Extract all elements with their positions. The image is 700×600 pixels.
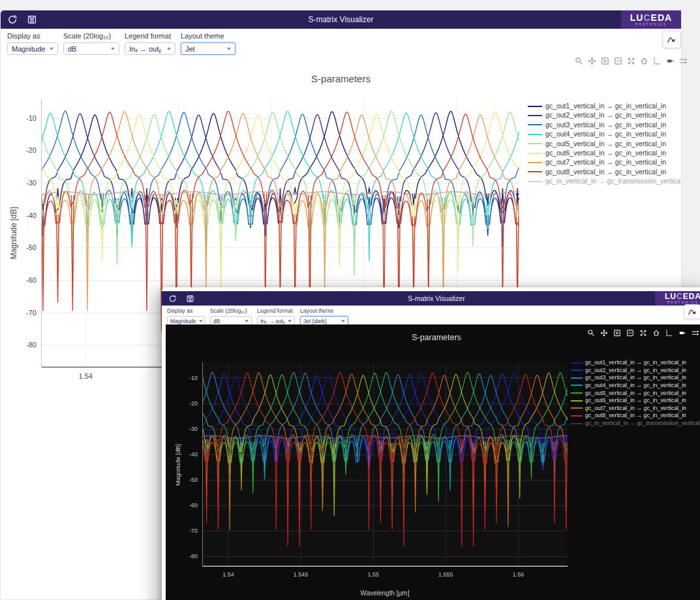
plot-legend: gc_out1_vertical_in → gc_in_vertical_ing… [528,103,683,187]
zoom-out-icon[interactable] [613,56,624,66]
control-legend-format: Legend format Inₓ → outᵧ [257,308,295,326]
legend-swatch [571,407,583,409]
y-tick-label: -20 [189,400,198,407]
y-axis-label: Magnitude [dB] [9,207,18,260]
hover-compare-icon[interactable] [678,56,689,66]
legend-label: gc_out4_vertical_in → gc_in_vertical_in [545,131,666,138]
legend-swatch [528,153,542,154]
legend-swatch [528,171,542,172]
plot-canvas[interactable] [202,362,568,567]
legend-label: gc_out5_vertical_in → gc_in_vertical_in [585,390,686,396]
legend-item[interactable]: gc_out5_vertical_in → gc_in_vertical_in [528,140,683,148]
legend-label: gc_out1_vertical_in → gc_in_vertical_in [545,103,666,110]
autoscale-icon[interactable] [626,56,637,66]
legend-item[interactable]: gc_out3_vertical_in → gc_in_vertical_in [528,121,683,129]
luceda-logo-text: LUCEDA [630,13,672,22]
y-tick-label: -80 [189,553,198,560]
legend-item[interactable]: gc_in_vertical_in → gc_transmission_vert… [528,178,683,185]
y-tick-label: -60 [189,502,198,509]
legend-item[interactable]: gc_out8_vertical_in → gc_in_vertical_in [571,413,700,418]
layout-theme-select[interactable]: Jet [181,42,236,55]
plot-panel-button[interactable] [684,304,700,319]
legend-label: gc_out7_vertical_in → gc_in_vertical_in [585,405,686,411]
legend-item[interactable]: gc_out4_vertical_in → gc_in_vertical_in [528,131,683,138]
legend-label: gc_in_vertical_in → gc_transmission_vert… [585,420,700,426]
legend-item[interactable]: gc_out1_vertical_in → gc_in_vertical_in [528,103,683,110]
y-tick-label: -30 [26,179,37,187]
window-title: S-matrix Visualizer [1,15,681,24]
chevron-down-icon [111,48,115,50]
line-chart-icon [666,35,677,44]
plot-modebar [573,56,689,66]
titlebar: S-matrix Visualizer LUCEDA PHOTONICS [1,10,681,29]
legend-format-select[interactable]: Inₓ → outᵧ [125,42,175,55]
legend-item[interactable]: gc_out6_vertical_in → gc_in_vertical_in [571,398,700,403]
legend-item[interactable]: gc_out7_vertical_in → gc_in_vertical_in [528,159,683,166]
legend-item[interactable]: gc_out6_vertical_in → gc_in_vertical_in [528,150,683,157]
reset-axes-icon[interactable] [639,56,650,66]
legend-swatch [528,134,542,135]
spikelines-icon[interactable] [652,56,663,66]
x-axis-label: Wavelength [µm] [202,590,568,597]
legend-swatch [528,143,542,144]
legend-label: gc_out3_vertical_in → gc_in_vertical_in [585,375,686,381]
y-tick-label: -70 [189,528,198,534]
legend-item[interactable]: gc_in_vertical_in → gc_transmission_vert… [571,420,700,426]
legend-label: gc_out2_vertical_in → gc_in_vertical_in [545,112,666,119]
layout-theme-label: Layout theme [181,32,236,40]
window-title: S-matrix Visualizer [162,294,700,302]
x-tick-label: 1.55 [367,571,379,578]
legend-item[interactable]: gc_out2_vertical_in → gc_in_vertical_in [528,112,683,119]
legend-swatch [528,181,542,182]
luceda-logo: LUCEDA PHOTONICS [655,291,700,306]
line-chart-icon [687,307,698,317]
save-button[interactable] [186,294,194,303]
plot-legend: gc_out1_vertical_in → gc_in_vertical_ing… [571,360,700,428]
control-display-as: Display as Magnitude [167,308,205,326]
chevron-down-icon [245,320,249,323]
legend-item[interactable]: gc_out2_vertical_in → gc_in_vertical_in [571,368,700,373]
chevron-down-icon [199,320,203,323]
control-scale: Scale (20log₁₀) dB [210,308,252,326]
zoom-icon[interactable] [573,56,585,66]
scale-label: Scale (20log₁₀) [63,32,119,40]
chevron-down-icon [227,48,231,50]
luceda-logo-text: LUCEDA [665,292,700,300]
chevron-down-icon [167,48,171,50]
display-as-label: Display as [167,308,205,314]
save-button[interactable] [27,14,37,25]
refresh-button[interactable] [168,294,177,303]
legend-swatch [528,115,542,116]
legend-format-label: Legend format [125,32,175,40]
display-as-label: Display as [7,32,58,40]
layout-theme-label: Layout theme [300,308,348,314]
legend-item[interactable]: gc_out1_vertical_in → gc_in_vertical_in [571,360,700,366]
display-as-select[interactable]: Magnitude [7,42,58,55]
plot-panel-button[interactable] [662,31,681,48]
y-tick-label: -40 [189,451,198,458]
hover-closest-icon[interactable] [665,56,676,66]
legend-item[interactable]: gc_out5_vertical_in → gc_in_vertical_in [571,390,700,396]
legend-label: gc_out2_vertical_in → gc_in_vertical_in [585,368,686,373]
x-tick-label: 1.54 [222,571,234,578]
legend-label: gc_out3_vertical_in → gc_in_vertical_in [545,121,666,129]
control-display-as: Display as Magnitude [7,32,58,55]
y-tick-label: -60 [26,276,37,284]
pan-icon[interactable] [586,56,598,66]
zoom-in-icon[interactable] [600,56,611,66]
legend-swatch [571,423,583,424]
legend-item[interactable]: gc_out4_vertical_in → gc_in_vertical_in [571,383,700,388]
refresh-button[interactable] [7,14,18,25]
legend-item[interactable]: gc_out7_vertical_in → gc_in_vertical_in [571,405,700,411]
legend-swatch [571,385,583,386]
legend-item[interactable]: gc_out3_vertical_in → gc_in_vertical_in [571,375,700,381]
legend-label: gc_out4_vertical_in → gc_in_vertical_in [585,383,686,388]
chevron-down-icon [50,48,53,50]
control-legend-format: Legend format Inₓ → outᵧ [125,32,175,55]
legend-swatch [571,392,583,394]
legend-label: gc_out8_vertical_in → gc_in_vertical_in [585,413,686,418]
x-tick-label: 1.54 [78,372,92,380]
legend-item[interactable]: gc_out8_vertical_in → gc_in_vertical_in [528,168,683,176]
x-tick-label: 1.545 [294,571,309,578]
scale-select[interactable]: dB [63,42,119,55]
